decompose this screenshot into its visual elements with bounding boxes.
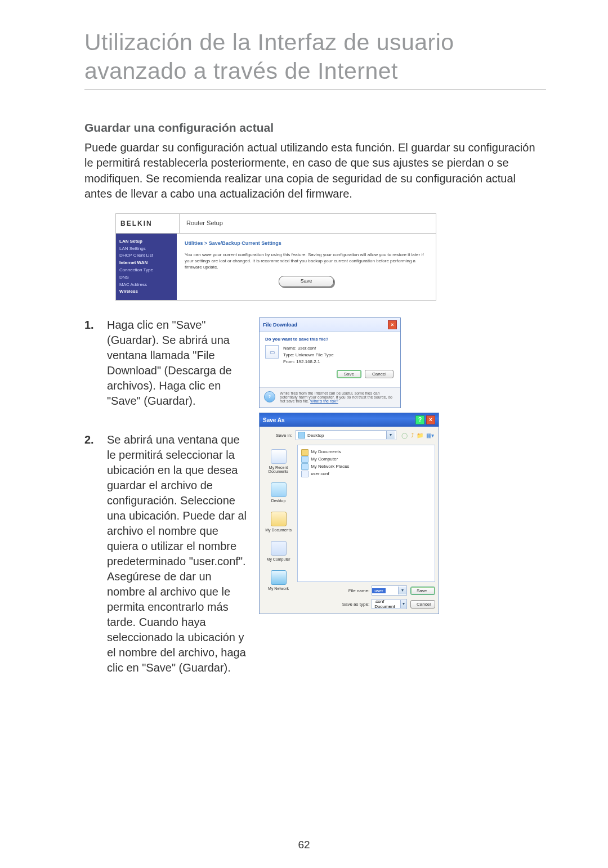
router-breadcrumb: Utilities > Save/Backup Current Settings (185, 240, 428, 246)
list-item[interactable]: My Network Places (301, 463, 431, 471)
up-folder-icon[interactable]: ⤴ (411, 432, 414, 439)
file-icon (301, 471, 309, 477)
places-bar: My Recent Documents Desktop My Documents (260, 444, 297, 614)
save-type-label: Save as type: (338, 602, 372, 607)
dl-type-label: Type: (283, 352, 294, 357)
place-documents[interactable]: My Documents (260, 508, 297, 538)
place-desktop[interactable]: Desktop (260, 479, 297, 508)
router-sidebar: LAN Setup LAN Settings DHCP Client List … (116, 234, 177, 300)
chevron-down-icon: ▾ (386, 431, 395, 439)
save-as-dialog: Save As ? × Save in: Desktop ▾ (259, 413, 439, 614)
place-computer[interactable]: My Computer (260, 538, 297, 567)
sidebar-lan-settings: LAN Settings (119, 245, 173, 253)
intro-paragraph: Puede guardar su configuración actual ut… (84, 140, 546, 202)
place-network[interactable]: My Network (260, 567, 297, 596)
place-recent[interactable]: My Recent Documents (260, 446, 297, 479)
router-description: You can save your current configuration … (185, 252, 428, 271)
file-icon: ▭ (265, 345, 279, 359)
help-icon[interactable]: ? (415, 415, 424, 424)
sidebar-mac: MAC Address (119, 281, 173, 289)
file-download-title: File Download (263, 322, 297, 328)
list-item[interactable]: My Documents (301, 449, 431, 456)
file-list[interactable]: My Documents My Computer My Network Plac… (297, 445, 435, 582)
save-type-dropdown[interactable]: .conf Document ▾ (372, 599, 407, 609)
section-heading: Guardar una configuración actual (84, 121, 546, 135)
page-number: 62 (0, 839, 608, 851)
page-title: Utilización de la Interfaz de usuario av… (84, 28, 546, 90)
sidebar-dhcp: DHCP Client List (119, 252, 173, 259)
list-item[interactable]: user.conf (301, 471, 431, 478)
file-download-risk-link[interactable]: What's the risk? (310, 399, 338, 403)
chevron-down-icon: ▾ (398, 587, 406, 594)
step-2: 2. Se abrirá una ventana que le permitir… (84, 432, 248, 675)
save-as-toolbar: ◯ ⤴ 📁 ▦▾ (400, 432, 434, 439)
sidebar-internet-wan: Internet WAN (119, 259, 173, 267)
view-menu-icon[interactable]: ▦▾ (426, 432, 434, 439)
file-name-input[interactable]: user ▾ (372, 585, 407, 596)
computer-icon (271, 541, 287, 556)
dl-from-label: From: (283, 359, 295, 364)
step-1-text: Haga clic en "Save" (Guardar). Se abrirá… (107, 319, 232, 407)
desktop-icon (298, 432, 305, 439)
file-download-question: Do you want to save this file? (265, 337, 395, 342)
step-2-text: Se abrirá una ventana que le permitirá s… (107, 433, 247, 674)
sidebar-dns: DNS (119, 274, 173, 281)
dl-type-value: Unknown File Type (296, 352, 334, 357)
sidebar-lan-setup: LAN Setup (119, 238, 173, 245)
router-save-button[interactable]: Save (279, 276, 334, 287)
save-as-title: Save As (263, 417, 285, 423)
folder-icon (301, 449, 309, 456)
chevron-down-icon: ▾ (400, 600, 406, 608)
computer-icon (301, 456, 309, 463)
sidebar-wireless: Wireless (119, 288, 173, 296)
dl-from-value: 192.168.2.1 (296, 359, 320, 364)
file-download-cancel-button[interactable]: Cancel (365, 370, 394, 378)
list-item[interactable]: My Computer (301, 456, 431, 463)
step-1-number: 1. (84, 317, 94, 333)
savein-dropdown[interactable]: Desktop ▾ (296, 430, 396, 440)
recent-icon (271, 449, 287, 464)
save-as-save-button[interactable]: Save (410, 587, 435, 595)
new-folder-icon[interactable]: 📁 (417, 432, 423, 439)
dl-name-label: Name: (283, 346, 297, 351)
file-name-value: user (372, 588, 386, 593)
dl-name-value: user.conf (298, 346, 316, 351)
file-download-save-button[interactable]: Save (337, 370, 361, 378)
sidebar-conn-type: Connection Type (119, 267, 173, 274)
save-type-value: .conf Document (372, 599, 400, 609)
network-icon (271, 570, 287, 585)
documents-icon (271, 512, 287, 526)
shield-icon: ? (264, 391, 275, 402)
save-as-cancel-button[interactable]: Cancel (410, 600, 435, 609)
router-header-title: Router Setup (180, 214, 436, 233)
back-icon[interactable]: ◯ (401, 432, 408, 439)
close-icon[interactable]: × (426, 415, 435, 424)
network-icon (301, 463, 309, 470)
desktop-icon (271, 482, 287, 497)
step-2-number: 2. (84, 432, 94, 448)
file-download-dialog: File Download × Do you want to save this… (259, 317, 401, 408)
savein-value: Desktop (307, 433, 324, 438)
close-icon[interactable]: × (388, 320, 397, 329)
step-1: 1. Haga clic en "Save" (Guardar). Se abr… (84, 317, 248, 409)
file-name-label: File name: (338, 588, 372, 593)
router-ui-screenshot: BELKIN Router Setup LAN Setup LAN Settin… (115, 213, 436, 301)
savein-label: Save in: (264, 433, 292, 438)
router-logo: BELKIN (116, 214, 180, 233)
